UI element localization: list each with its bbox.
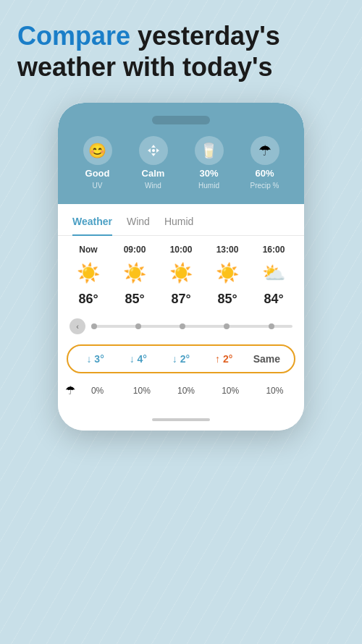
slider-dot-4 (269, 323, 274, 329)
temp-now: 86° (65, 292, 111, 307)
slider-track[interactable] (91, 325, 292, 328)
tab-humid[interactable]: Humid (164, 216, 193, 236)
temp-1000: 87° (158, 292, 204, 307)
temp-row: 86° 85° 87° 85° 84° (58, 289, 304, 315)
humid-icon: 🥛 (195, 136, 224, 165)
sun-now: ☀️ (65, 262, 111, 284)
comp-now: ↓ 3° (74, 353, 117, 365)
slider-row: ‹ (58, 315, 304, 342)
humid-value: 30% (199, 168, 218, 179)
sun-1300: ☀️ (204, 262, 251, 284)
title-line2: weather with today's (17, 52, 273, 82)
comp-1000: ↓ 2° (159, 353, 202, 365)
time-1000: 10:00 (158, 245, 204, 255)
temp-1600: 84° (251, 292, 297, 307)
comp-1600: Same (245, 353, 288, 365)
uv-icon: 😊 (83, 136, 112, 165)
page-wrapper: Compare yesterday's weather with today's… (0, 0, 362, 644)
main-title: Compare yesterday's weather with today's (17, 20, 345, 82)
sun-row: ☀️ ☀️ ☀️ ☀️ ⛅ (58, 258, 304, 289)
slider-dot-0 (91, 323, 97, 329)
time-1600: 16:00 (251, 245, 297, 255)
tab-weather[interactable]: Weather (72, 216, 112, 236)
uv-label: UV (93, 182, 103, 190)
phone-mockup: 😊 Good UV Calm (58, 103, 304, 431)
time-0900: 09:00 (111, 245, 158, 255)
precip-value: 60% (255, 168, 274, 179)
phone-top-bar: 😊 Good UV Calm (58, 103, 304, 204)
wind-item: Calm Wind (125, 136, 181, 190)
comparison-row: ↓ 3° ↓ 4° ↓ 2° ↑ 2° Same (67, 344, 295, 373)
uv-item: 😊 Good UV (70, 136, 125, 190)
sun-0900: ☀️ (111, 262, 158, 284)
svg-point-0 (152, 149, 155, 152)
time-now: Now (65, 245, 111, 255)
precip-1300: 10% (209, 386, 253, 396)
precip-now: 0% (75, 386, 119, 396)
precip-label: Precip % (250, 182, 279, 190)
header-section: Compare yesterday's weather with today's (0, 0, 362, 97)
sun-1000: ☀️ (158, 262, 204, 284)
tabs-row: Weather Wind Humid (58, 204, 304, 236)
uv-value: Good (85, 168, 110, 179)
slider-dot-1 (135, 323, 141, 329)
time-row: Now 09:00 10:00 13:00 16:00 (58, 236, 304, 258)
home-indicator (152, 418, 210, 421)
tab-wind[interactable]: Wind (127, 216, 150, 236)
humid-label: Humid (198, 182, 219, 190)
humid-item: 🥛 30% Humid (181, 136, 237, 190)
temp-0900: 85° (111, 292, 158, 307)
sun-1600: ⛅ (251, 262, 297, 284)
title-highlight: Compare (17, 21, 130, 51)
phone-notch (152, 116, 210, 124)
weather-status-row: 😊 Good UV Calm (70, 136, 292, 190)
precip-item: ☂ 60% Precip % (237, 136, 292, 190)
slider-dot-3 (224, 323, 230, 329)
precip-0900: 10% (119, 386, 164, 396)
precip-row-icon: ☂ (65, 384, 75, 397)
time-1300: 13:00 (204, 245, 251, 255)
windmill-svg (146, 143, 161, 158)
comp-0900: ↓ 4° (117, 353, 159, 365)
precip-icon: ☂ (251, 136, 279, 165)
comp-1300: ↑ 2° (203, 353, 245, 365)
precip-1000: 10% (164, 386, 208, 396)
home-bar (58, 409, 304, 431)
temp-1300: 85° (204, 292, 251, 307)
weather-card: Weather Wind Humid Now 09:00 10:00 13:00… (58, 204, 304, 409)
slider-back-button[interactable]: ‹ (70, 318, 85, 334)
wind-value: Calm (142, 168, 165, 179)
title-rest: yesterday's (130, 21, 280, 51)
precip-1600: 10% (253, 386, 297, 396)
precip-row: ☂ 0% 10% 10% 10% 10% (58, 382, 304, 409)
wind-icon (139, 136, 168, 165)
wind-label: Wind (145, 182, 161, 190)
slider-dot-2 (180, 323, 185, 329)
